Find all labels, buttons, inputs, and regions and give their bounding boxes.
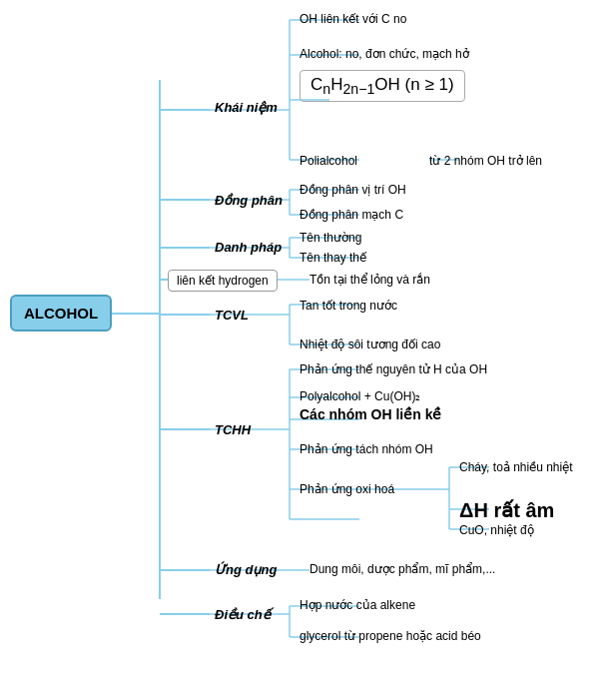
leaf-phan-ung-oxi: Phản ứng oxi hoá bbox=[300, 482, 394, 496]
central-node: ALCOHOL bbox=[10, 295, 112, 332]
leaf-cuo: CuO, nhiệt độ bbox=[459, 523, 534, 537]
leaf-dung-moi: Dung môi, dược phẩm, mĩ phẩm,... bbox=[309, 562, 495, 576]
mind-map: ALCOHOL Khái niệm OH liên kết với C no A… bbox=[0, 0, 616, 679]
leaf-delta-h: ΔH rất âm bbox=[459, 498, 554, 522]
leaf-alcohol-def: Alcohol: no, đơn chức, mạch hở bbox=[300, 47, 469, 61]
leaf-phan-ung-tach: Phản ứng tách nhóm OH bbox=[300, 442, 433, 456]
branch-dong-phan: Đồng phân bbox=[215, 193, 283, 208]
leaf-ten-thay-the: Tên thay thế bbox=[300, 251, 366, 265]
leaf-ten-thuong: Tên thường bbox=[300, 231, 361, 245]
leaf-dong-phan-mach: Đồng phân mạch C bbox=[300, 208, 403, 222]
formula-box: CnH2n−1OH (n ≥ 1) bbox=[300, 70, 465, 102]
leaf-polialcohol: Polialcohol bbox=[300, 154, 357, 168]
leaf-ton-tai: Tồn tại thể lỏng và rắn bbox=[309, 273, 430, 287]
branch-khai-niem: Khái niệm bbox=[215, 100, 278, 115]
branch-tchh: TCHH bbox=[215, 422, 251, 437]
leaf-polyalcohol: Polyalcohol + Cu(OH)₂ bbox=[300, 389, 420, 403]
leaf-tu-2-nhom: từ 2 nhóm OH trở lên bbox=[429, 154, 542, 168]
branch-tcvl: TCVL bbox=[215, 308, 249, 323]
lien-ket-box: liên kết hydrogen bbox=[168, 270, 278, 292]
branch-dieu-che: Điều chế bbox=[215, 607, 271, 622]
leaf-phan-ung-the: Phản ứng thế nguyên tử H của OH bbox=[300, 362, 487, 376]
leaf-glycerol: glycerol từ propene hoặc acid béo bbox=[300, 629, 481, 643]
leaf-dong-phan-vi-tri: Đồng phân vị trí OH bbox=[300, 183, 406, 197]
leaf-hop-nuoc: Hợp nước của alkene bbox=[300, 598, 415, 612]
leaf-nhiet-do-soi: Nhiệt độ sôi tương đối cao bbox=[300, 338, 440, 351]
leaf-chay: Cháy, toả nhiều nhiệt bbox=[459, 460, 573, 474]
leaf-oh-lien-ket: OH liên kết với C no bbox=[300, 12, 406, 26]
leaf-cac-nhom: Các nhóm OH liền kề bbox=[300, 406, 441, 422]
branch-danh-phap: Danh pháp bbox=[215, 240, 282, 255]
leaf-tan-tot: Tan tốt trong nước bbox=[300, 299, 397, 313]
branch-ung-dung: Ứng dụng bbox=[215, 562, 277, 577]
